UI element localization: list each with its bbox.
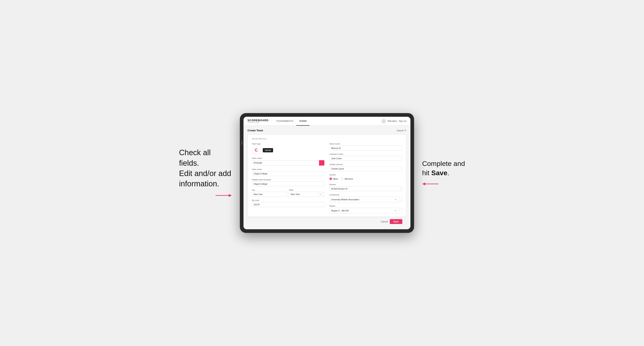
state-select[interactable]: New York California Texas <box>289 192 324 197</box>
city-label: City <box>252 189 288 191</box>
gender-womens-option[interactable]: Womens <box>341 177 353 180</box>
user-avatar <box>382 119 386 123</box>
gender-womens-label: Womens <box>344 178 353 180</box>
navbar-right: Test User | Sign out <box>382 119 406 123</box>
colour-input-row <box>252 160 324 166</box>
form-grid: Team logo C Upload Team colo <box>252 143 402 213</box>
cancel-button[interactable]: Cancel <box>381 220 388 223</box>
division-label: Division <box>330 183 402 185</box>
city-input[interactable] <box>252 192 288 197</box>
zip-label: Zip code <box>252 199 324 201</box>
logo-letter: C <box>255 148 258 153</box>
conference-label: Conference <box>330 194 402 196</box>
logo-circle: C <box>252 146 261 155</box>
team-name-input[interactable] <box>252 171 324 176</box>
gender-mens-dot <box>330 178 332 179</box>
conference-field: Conference University Athletic Associati… <box>330 194 402 202</box>
annotation-right-line1: Complete and <box>422 159 465 168</box>
division-select-wrapper: NCAA Division III NCAA Division I NCAA D… <box>330 186 402 191</box>
assistant-coach-field: Assistant Coach <box>330 153 402 161</box>
svg-marker-1 <box>229 194 232 197</box>
state-label: State <box>289 189 324 191</box>
head-coach-label: Head Coach <box>330 143 402 145</box>
city-state-row: City State New York Californi <box>252 189 324 197</box>
upload-button[interactable]: Upload <box>263 148 273 152</box>
conference-tag-select[interactable]: University Athletic Association ✕ ⌃⌄ <box>330 197 402 202</box>
region-value: Region II - (M) DIII <box>331 209 349 212</box>
gender-field: Gender Mens <box>330 173 402 181</box>
display-name-label: Display name (unique) <box>252 178 324 181</box>
modal-cancel-top[interactable]: Cancel ✕ <box>397 129 406 132</box>
gender-mens-label: Mens <box>333 178 338 180</box>
zip-input[interactable] <box>252 202 324 207</box>
head-coach-input[interactable] <box>330 146 402 151</box>
tablet-device: SCOREBOARD Powered by clippd TOURNAMENTS… <box>240 113 414 233</box>
gender-womens-radio[interactable] <box>341 177 344 180</box>
colour-text-input[interactable] <box>252 161 319 165</box>
colour-swatch[interactable] <box>319 160 324 166</box>
annotation-right: Complete and hit Save. <box>422 159 465 187</box>
region-label: Region <box>330 205 402 207</box>
head-coach-field: Head Coach <box>330 143 402 151</box>
section-label: TEAM DETAILS <box>252 138 402 140</box>
save-button[interactable]: Save <box>390 219 402 224</box>
athletic-director-input[interactable] <box>330 166 402 171</box>
modal-footer: Cancel Save <box>248 217 406 226</box>
modal-body: TEAM DETAILS Team logo C <box>248 134 406 217</box>
annotation-right-line2: hit Save. <box>422 168 465 178</box>
brand-title: SCOREBOARD <box>248 119 268 122</box>
arrow-left-icon <box>422 181 438 187</box>
team-logo-label: Team logo <box>252 143 324 145</box>
sign-out-link[interactable]: Sign out <box>399 120 406 122</box>
conference-value: University Athletic Association <box>331 198 360 201</box>
athletic-director-label: Athletic Director <box>330 163 402 166</box>
form-left: Team logo C Upload Team colo <box>252 143 324 213</box>
team-name-label: Team name <box>252 168 324 170</box>
team-colour-label: Team colour <box>252 157 324 159</box>
display-name-input[interactable] <box>252 181 324 186</box>
gender-label: Gender <box>330 173 402 176</box>
conference-controls: ✕ ⌃⌄ <box>394 198 400 201</box>
region-controls: ✕ ⌃⌄ <box>394 209 400 212</box>
annotation-line3: information. <box>179 179 232 189</box>
form-right: Head Coach Assistant Coach Athletic Dire… <box>330 143 402 213</box>
conference-clear-icon[interactable]: ✕ <box>394 198 396 201</box>
city-state-grid: City State New York Californi <box>252 189 324 197</box>
zip-field: Zip code <box>252 199 324 207</box>
navbar: SCOREBOARD Powered by clippd TOURNAMENTS… <box>244 117 410 126</box>
nav-teams[interactable]: TEAMS <box>296 117 310 126</box>
annotation-line2: Edit and/or add <box>179 168 232 179</box>
modal-title: Create Team <box>248 129 263 132</box>
arrow-right-icon <box>216 192 232 198</box>
region-clear-icon[interactable]: ✕ <box>394 210 396 212</box>
modal-header: Create Team Cancel ✕ <box>248 129 406 132</box>
region-arrows-icon: ⌃⌄ <box>399 209 400 212</box>
state-select-wrapper: New York California Texas ✕ ⌃⌄ <box>289 192 324 197</box>
state-field: State New York California Texas <box>289 189 324 197</box>
gender-mens-radio[interactable] <box>330 177 332 180</box>
gender-mens-option[interactable]: Mens <box>330 177 338 180</box>
city-field: City <box>252 189 288 197</box>
annotation-left: Check all fields. Edit and/or add inform… <box>179 148 232 198</box>
gender-radio-group: Mens Womens <box>330 177 402 181</box>
assistant-coach-input[interactable] <box>330 156 402 161</box>
display-name-field: Display name (unique) <box>252 178 324 186</box>
assistant-coach-label: Assistant Coach <box>330 153 402 155</box>
region-field: Region Region II - (M) DIII ✕ ⌃⌄ <box>330 205 402 213</box>
team-logo-field: Team logo C Upload <box>252 143 324 155</box>
main-content: Create Team Cancel ✕ TEAM DETAILS <box>244 126 410 229</box>
division-field: Division NCAA Division III NCAA Division… <box>330 183 402 191</box>
brand-subtitle: Powered by clippd <box>248 122 268 123</box>
team-name-field: Team name <box>252 168 324 176</box>
navbar-nav: TOURNAMENTS TEAMS <box>274 117 382 126</box>
svg-marker-3 <box>422 182 425 185</box>
nav-tournaments[interactable]: TOURNAMENTS <box>274 117 296 126</box>
conference-arrows-icon: ⌃⌄ <box>399 198 400 201</box>
division-select[interactable]: NCAA Division III NCAA Division I NCAA D… <box>330 186 402 191</box>
region-tag-select[interactable]: Region II - (M) DIII ✕ ⌃⌄ <box>330 208 402 213</box>
team-colour-field: Team colour <box>252 157 324 166</box>
logo-area: C Upload <box>252 146 324 155</box>
brand: SCOREBOARD Powered by clippd <box>248 119 268 123</box>
athletic-director-field: Athletic Director <box>330 163 402 171</box>
user-text: Test User | <box>388 120 397 122</box>
